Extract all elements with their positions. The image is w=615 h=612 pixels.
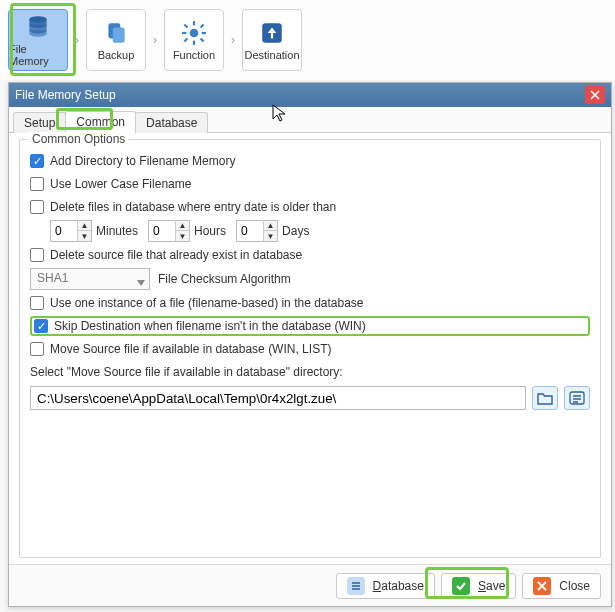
checkbox-add-directory[interactable]: ✓ [30,154,44,168]
row-one-instance: Use one instance of a file (filename-bas… [30,293,590,313]
dialog-titlebar[interactable]: File Memory Setup [9,83,611,107]
checkbox-lowercase[interactable] [30,177,44,191]
button-label: SSaveave [478,579,505,593]
database-stack-icon [24,13,52,41]
check-icon [452,577,470,595]
select-label: File Checksum Algorithm [158,272,291,286]
spinner-days[interactable]: ▲▼ [236,220,278,242]
dialog-footer: DDatabaseatabase SSaveave Close [9,564,611,606]
checkbox-one-instance[interactable] [30,296,44,310]
input-directory-path[interactable] [30,386,526,410]
checkbox-label: Delete source file that already exist in… [50,248,302,262]
checkbox-label: Skip Destination when filename isn't in … [54,319,366,333]
button-label: Close [559,579,590,593]
button-label: DDatabaseatabase [373,579,424,593]
checkbox-label: Use one instance of a file (filename-bas… [50,296,364,310]
chevron-right-icon: › [226,33,240,47]
row-path [30,386,590,410]
row-delete-source: Delete source file that already exist in… [30,245,590,265]
tabs: Setup Common Database [9,107,611,133]
close-button[interactable]: Close [522,573,601,599]
step-file-memory[interactable]: File Memory [8,9,68,71]
svg-rect-7 [202,32,206,34]
checkbox-label: Move Source file if available in databas… [50,342,331,356]
svg-rect-9 [200,38,205,43]
spin-up-icon[interactable]: ▲ [175,221,189,231]
spin-down-icon[interactable]: ▼ [77,231,91,241]
spin-up-icon[interactable]: ▲ [263,221,277,231]
checkbox-delete-older[interactable] [30,200,44,214]
select-value: SHA1 [37,271,68,285]
spinner-input[interactable] [237,221,263,241]
dialog-file-memory-setup: File Memory Setup Setup Common Database … [8,82,612,607]
unit-hours: Hours [194,224,226,238]
list-icon [347,577,365,595]
label-select-directory: Select "Move Source file if available in… [30,365,343,379]
svg-rect-5 [193,41,195,45]
svg-rect-4 [193,21,195,25]
checkbox-delete-source[interactable] [30,248,44,262]
spinner-input[interactable] [149,221,175,241]
copy-files-icon [102,19,130,47]
row-lowercase: Use Lower Case Filename [30,174,590,194]
spinner-hours[interactable]: ▲▼ [148,220,190,242]
step-function[interactable]: Function [164,9,224,71]
chevron-down-icon [137,275,145,289]
step-label: Destination [244,49,299,61]
row-delete-older-values: ▲▼ Minutes ▲▼ Hours ▲▼ Days [30,220,590,242]
close-icon[interactable] [585,86,605,104]
checkbox-label: Add Directory to Filename Memory [50,154,235,168]
tab-setup[interactable]: Setup [13,112,66,133]
common-options-fieldset: Common Options ✓ Add Directory to Filena… [19,139,601,558]
row-select-dir-label: Select "Move Source file if available in… [30,362,590,382]
gear-icon [180,19,208,47]
spin-down-icon[interactable]: ▼ [263,231,277,241]
spinner-minutes[interactable]: ▲▼ [50,220,92,242]
fieldset-legend: Common Options [28,132,129,146]
row-move-source: Move Source file if available in databas… [30,339,590,359]
step-label: Backup [98,49,135,61]
select-checksum[interactable]: SHA1 [30,268,150,290]
row-add-directory: ✓ Add Directory to Filename Memory [30,151,590,171]
save-button[interactable]: SSaveave [441,573,516,599]
svg-rect-2 [113,28,125,43]
folder-icon [537,391,553,405]
spin-down-icon[interactable]: ▼ [175,231,189,241]
svg-rect-11 [200,24,205,29]
database-button[interactable]: DDatabaseatabase [336,573,435,599]
checkbox-label: Delete files in database where entry dat… [50,200,336,214]
spinner-input[interactable] [51,221,77,241]
svg-rect-10 [184,38,189,43]
tab-common[interactable]: Common [65,111,136,133]
step-label: File Memory [9,43,67,67]
unit-minutes: Minutes [96,224,138,238]
svg-rect-6 [182,32,186,34]
svg-point-3 [190,29,199,38]
system-path-button[interactable] [564,386,590,410]
chevron-right-icon: › [148,33,162,47]
upload-icon [258,19,286,47]
step-backup[interactable]: Backup [86,9,146,71]
checkbox-skip-destination[interactable]: ✓ [34,319,48,333]
row-delete-older: Delete files in database where entry dat… [30,197,590,217]
chevron-right-icon: › [70,33,84,47]
spin-up-icon[interactable]: ▲ [77,221,91,231]
row-checksum: SHA1 File Checksum Algorithm [30,268,590,290]
unit-days: Days [282,224,309,238]
step-label: Function [173,49,215,61]
browse-folder-button[interactable] [532,386,558,410]
wizard-steps: File Memory › Backup › Function › Destin… [0,0,615,80]
close-icon [533,577,551,595]
row-skip-destination: ✓ Skip Destination when filename isn't i… [30,316,590,336]
svg-rect-8 [184,24,189,29]
step-destination[interactable]: Destination [242,9,302,71]
dialog-title: File Memory Setup [15,88,116,102]
checkbox-label: Use Lower Case Filename [50,177,191,191]
tab-database[interactable]: Database [135,112,208,133]
list-icon [569,391,585,405]
checkbox-move-source[interactable] [30,342,44,356]
